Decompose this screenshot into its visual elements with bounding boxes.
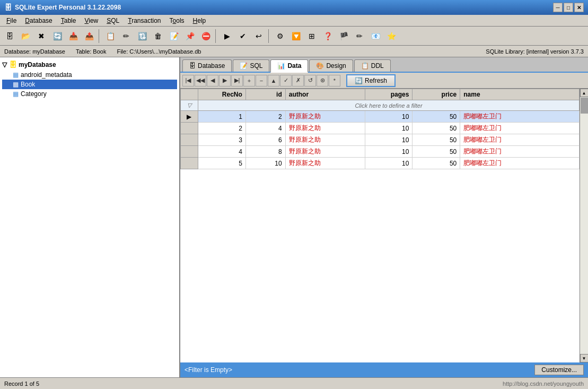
tab-data[interactable]: 📊 Data [270,59,308,73]
table-row[interactable]: ▶12野原新之助1050肥嘟嘟左卫门 [181,111,580,123]
tb-grid[interactable]: ⊞ [304,29,319,44]
col-id[interactable]: id [245,89,285,100]
tb-delete-table[interactable]: 🗑 [151,29,165,44]
tab-database-icon: 🗄 [189,62,196,70]
tab-ddl-icon: 📋 [361,62,369,70]
cell-recno: 1 [198,111,245,123]
col-name[interactable]: name [460,89,580,100]
table-row[interactable]: 48野原新之助1050肥嘟嘟左卫门 [181,146,580,158]
tree-root[interactable]: ▽ 🗄 myDatabase [2,59,177,70]
cell-pages: 10 [365,123,413,134]
menu-view[interactable]: View [80,16,102,25]
window-controls: ─ □ ✕ [553,3,584,12]
tb-edit-table[interactable]: ✏ [119,29,134,44]
tab-ddl[interactable]: 📋 DDL [354,59,391,72]
tree-item-book[interactable]: ▦ Book [2,80,177,89]
tb-settings[interactable]: ⚙ [273,29,287,44]
nav-prev[interactable]: ◀ [207,75,218,87]
nav-delete[interactable]: − [256,75,267,87]
nav-confirm[interactable]: ✓ [280,75,292,87]
data-grid[interactable]: RecNo id author pages price name ▽ Click… [180,89,580,362]
tab-design-label: Design [326,62,346,70]
nav-prev-page[interactable]: ◀◀ [195,75,206,87]
tb-stop[interactable]: ⛔ [198,29,213,44]
table-body: ▶12野原新之助1050肥嘟嘟左卫门24野原新之助1050肥嘟嘟左卫门36野原新… [181,111,580,169]
tb-separator-2 [215,29,217,43]
tb-open-db[interactable]: 📂 [18,29,33,44]
menu-table[interactable]: Table [57,16,81,25]
tb-new-table[interactable]: 📋 [103,29,118,44]
table-row[interactable]: 24野原新之助1050肥嘟嘟左卫门 [181,123,580,134]
table-label: Table: Book [76,48,106,55]
nav-first[interactable]: |◀ [182,75,194,87]
tb-import[interactable]: 📥 [66,29,81,44]
menu-transaction[interactable]: Transaction [124,16,165,25]
menu-file[interactable]: File [2,16,21,25]
nav-up[interactable]: ▲ [268,75,279,87]
tb-refresh-table[interactable]: 🔃 [135,29,150,44]
tb-copy-table[interactable]: 📝 [166,29,181,44]
menu-database[interactable]: Database [21,16,56,25]
tb-close-db[interactable]: ✖ [34,29,49,44]
vertical-scrollbar[interactable]: ▲ ▼ [580,89,588,362]
nav-filter[interactable]: ⊛ [317,75,328,87]
scroll-down-btn[interactable]: ▼ [580,354,589,362]
menu-help[interactable]: Help [189,16,210,25]
tree-panel: ▽ 🗄 myDatabase ▦ android_metadata ▦ Book… [0,57,180,377]
tb-flag[interactable]: 🏴 [336,29,351,44]
tab-design[interactable]: 🎨 Design [309,59,353,72]
cell-recno: 5 [198,158,245,169]
main-toolbar: 🗄 📂 ✖ 🔄 📥 📤 📋 ✏ 🔃 🗑 📝 📌 ⛔ ▶ ✔ ↩ ⚙ 🔽 ⊞ ❓ … [0,27,588,46]
menu-tools[interactable]: Tools [165,16,189,25]
tb-cancel[interactable]: ↩ [251,29,266,44]
tree-label-category: Category [21,90,47,98]
maximize-button[interactable]: □ [564,3,573,12]
table-row[interactable]: 36野原新之助1050肥嘟嘟左卫门 [181,134,580,146]
col-recno[interactable]: RecNo [198,89,245,100]
tb-question[interactable]: ❓ [320,29,335,44]
tb-validate[interactable]: ✔ [235,29,250,44]
scroll-track[interactable] [580,97,589,354]
table-row[interactable]: 510野原新之助1050肥嘟嘟左卫门 [181,158,580,169]
table-icon-android: ▦ [13,71,19,79]
nav-last[interactable]: ▶| [231,75,243,87]
scroll-up-btn[interactable]: ▲ [580,89,589,97]
tree-item-category[interactable]: ▦ Category [2,89,177,99]
filter-row[interactable]: ▽ Click here to define a filter [181,100,580,111]
refresh-button[interactable]: 🔄 Refresh [346,74,396,87]
tab-ddl-label: DDL [371,62,384,70]
nav-cancel-edit[interactable]: ✗ [292,75,304,87]
col-pages[interactable]: pages [365,89,413,100]
tb-filter[interactable]: 🔽 [288,29,303,44]
tab-data-label: Data [287,62,301,70]
tree-root-label: myDatabase [19,61,56,68]
customize-button[interactable]: Customize... [534,365,584,375]
cell-id: 6 [245,134,285,146]
tb-email[interactable]: 📧 [368,29,383,44]
close-button[interactable]: ✕ [574,3,584,12]
nav-more[interactable]: * [329,75,340,87]
scroll-thumb[interactable] [581,98,588,114]
col-author[interactable]: author [285,89,365,100]
tree-item-android-metadata[interactable]: ▦ android_metadata [2,70,177,80]
tb-pencil[interactable]: ✏ [352,29,367,44]
nav-refresh-row[interactable]: ↺ [304,75,316,87]
cell-price: 50 [413,158,460,169]
tb-run[interactable]: ▶ [220,29,234,44]
tb-star[interactable]: ⭐ [384,29,399,44]
tb-new-db[interactable]: 🗄 [2,29,17,44]
col-price[interactable]: price [413,89,460,100]
menu-sql[interactable]: SQL [102,16,124,25]
cell-author: 野原新之助 [285,111,365,123]
app-icon: 🗄 [4,3,12,12]
tab-sql[interactable]: 📝 SQL [233,59,269,72]
tab-database[interactable]: 🗄 Database [182,59,232,72]
filter-text[interactable]: Click here to define a filter [198,100,579,111]
minimize-button[interactable]: ─ [553,3,563,12]
tb-export[interactable]: 📤 [82,29,96,44]
tb-paste-table[interactable]: 📌 [182,29,197,44]
nav-add[interactable]: + [243,75,255,87]
tb-refresh-db[interactable]: 🔄 [50,29,65,44]
grid-area: RecNo id author pages price name ▽ Click… [180,89,588,362]
nav-next[interactable]: ▶ [219,75,231,87]
